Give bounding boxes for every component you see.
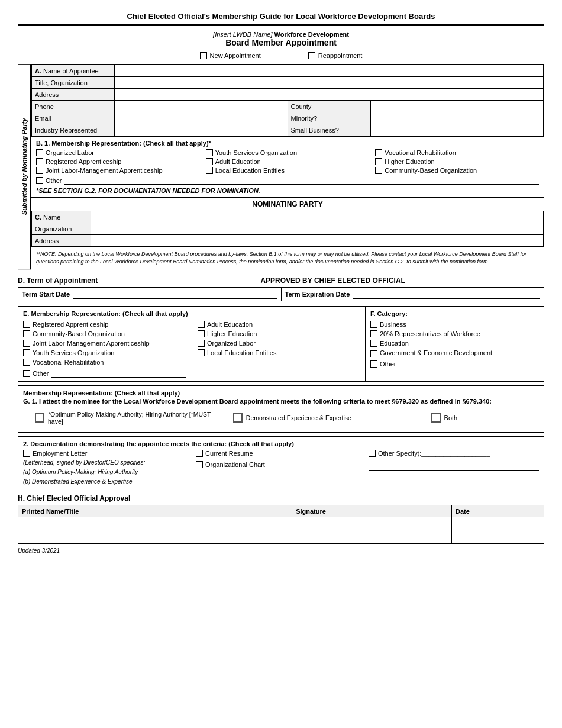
term-expiration-value[interactable] (353, 289, 540, 299)
org-chart-checkbox[interactable] (196, 461, 203, 468)
criteria-2[interactable]: Demonstrated Experience & Expertise (233, 413, 425, 423)
employment-letter-checkbox-item[interactable]: Employment Letter (23, 450, 193, 457)
industry-value[interactable] (115, 124, 288, 136)
e-local-ed-checkbox[interactable] (198, 349, 205, 356)
other-input-b[interactable] (64, 176, 539, 185)
youth-services-checkbox[interactable] (206, 149, 213, 156)
b-checkbox-item[interactable]: Vocational Rehabilitation (375, 149, 539, 156)
registered-apprenticeship-checkbox[interactable] (36, 158, 43, 165)
e-org-labor-checkbox[interactable] (198, 340, 205, 347)
other-checkbox-b[interactable] (36, 177, 43, 184)
e-higher-ed-checkbox[interactable] (198, 330, 205, 337)
employment-letter-checkbox[interactable] (23, 450, 30, 457)
current-resume-checkbox-item[interactable]: Current Resume (196, 450, 366, 457)
e-checkbox-item[interactable]: Local Education Entities (198, 349, 360, 356)
community-based-checkbox[interactable] (375, 167, 382, 174)
e-reg-app-checkbox[interactable] (23, 321, 30, 328)
nom-address-value[interactable] (91, 235, 544, 247)
b-checkbox-item[interactable]: Local Education Entities (206, 167, 370, 174)
b-checkbox-item[interactable]: Higher Education (375, 158, 539, 165)
criteria-1[interactable]: *Optimum Policy-Making Authority; Hiring… (35, 411, 227, 425)
e-checkbox-item[interactable]: Organized Labor (198, 340, 360, 347)
new-appointment-option[interactable]: New Appointment (200, 52, 261, 59)
f-20pct-checkbox[interactable] (370, 330, 377, 337)
e-checkbox-item[interactable]: Joint Labor-Management Apprenticeship (23, 340, 186, 347)
other-specify-line-1[interactable] (369, 461, 539, 471)
b-checkbox-item[interactable]: Organized Labor (36, 149, 200, 156)
small-business-value[interactable] (370, 124, 544, 136)
county-value[interactable] (370, 101, 544, 112)
organized-labor-checkbox[interactable] (36, 149, 43, 156)
nominating-table: C. Name Organization Address (31, 211, 544, 247)
criteria-2-checkbox[interactable] (233, 413, 243, 423)
f-education-checkbox[interactable] (370, 340, 377, 347)
reappointment-option[interactable]: Reappointment (308, 52, 363, 59)
org-chart-checkbox-item[interactable]: Organizational Chart (196, 461, 366, 468)
g-criteria-row: *Optimum Policy-Making Authority; Hiring… (23, 407, 539, 429)
other-specify-checkbox[interactable] (369, 450, 376, 457)
appointment-type-row: New Appointment Reappointment (18, 52, 544, 59)
e-cbo-checkbox[interactable] (23, 330, 30, 337)
signature-value[interactable] (292, 517, 452, 544)
appointee-table: A. Name of Appointee Title, Organization… (31, 65, 544, 136)
f-business-checkbox[interactable] (370, 321, 377, 328)
criteria-both-checkbox[interactable] (431, 413, 441, 423)
b-checkbox-item[interactable]: Joint Labor-Management Apprenticeship (36, 167, 200, 174)
local-ed-checkbox[interactable] (206, 167, 213, 174)
name-value[interactable] (115, 65, 544, 77)
f-other-checkbox[interactable] (370, 360, 377, 368)
address-value[interactable] (115, 89, 544, 101)
doc-col-3: Other Specify):___________________ (369, 450, 539, 485)
section-f-title: F. Category: (370, 310, 539, 317)
e-other-checkbox[interactable] (23, 370, 30, 377)
b-checkbox-item[interactable]: Adult Education (206, 158, 370, 165)
current-resume-checkbox[interactable] (196, 450, 203, 457)
section-e-title: E. Membership Representation: (Check all… (23, 310, 360, 317)
e-adult-ed-checkbox[interactable] (198, 321, 205, 328)
f-checkbox-item[interactable]: 20% Representatives of Workforce (370, 330, 539, 337)
f-gov-econ-checkbox[interactable] (370, 350, 377, 357)
vocational-rehab-checkbox[interactable] (375, 149, 382, 156)
e-checkbox-item[interactable]: Registered Apprenticeship (23, 321, 186, 328)
phone-value[interactable] (115, 101, 288, 112)
date-value[interactable] (451, 517, 544, 544)
e-checkbox-item[interactable]: Youth Services Organization (23, 349, 186, 356)
e-checkbox-item[interactable]: Community-Based Organization (23, 330, 186, 337)
title-org-label: Title, Organization (32, 77, 115, 89)
e-org-labor-label: Organized Labor (207, 340, 256, 347)
adult-ed-checkbox[interactable] (206, 158, 213, 165)
f-checkbox-item[interactable]: Education (370, 340, 539, 347)
b-checkbox-item[interactable]: Registered Apprenticeship (36, 158, 200, 165)
e-checkbox-item[interactable]: Higher Education (198, 330, 360, 337)
new-appointment-checkbox[interactable] (200, 52, 207, 59)
nom-name-value[interactable] (91, 211, 544, 223)
higher-ed-checkbox[interactable] (375, 158, 382, 165)
f-checkbox-item[interactable]: Government & Economic Development (370, 349, 539, 357)
printed-name-value[interactable] (18, 517, 292, 544)
title-org-value[interactable] (115, 77, 544, 89)
minority-value[interactable] (370, 112, 544, 124)
criteria-both[interactable]: Both (431, 413, 527, 423)
f-checkbox-item[interactable]: Business (370, 321, 539, 328)
table-row: Phone County (32, 101, 544, 112)
b-checkbox-item[interactable]: Youth Services Organization (206, 149, 370, 156)
term-start-value[interactable] (73, 289, 277, 299)
f-other-input[interactable] (399, 360, 539, 368)
other-specify-checkbox-item[interactable]: Other Specify):___________________ (369, 450, 539, 457)
other-specify-line-2[interactable] (369, 475, 539, 484)
nominating-party-title: NOMINATING PARTY (31, 197, 544, 211)
table-row: Title, Organization (32, 77, 544, 89)
e-other-input[interactable] (51, 369, 186, 378)
e-voc-rehab-checkbox[interactable] (23, 359, 30, 366)
e-joint-labor-checkbox[interactable] (23, 340, 30, 347)
b-checkbox-item[interactable]: Community-Based Organization (375, 167, 539, 174)
email-value[interactable] (115, 112, 288, 124)
joint-labor-checkbox[interactable] (36, 167, 43, 174)
nom-org-value[interactable] (91, 223, 544, 235)
signature-header: Signature (292, 505, 452, 517)
reappointment-checkbox[interactable] (308, 52, 315, 59)
e-youth-checkbox[interactable] (23, 349, 30, 356)
criteria-1-checkbox[interactable] (35, 413, 44, 423)
e-checkbox-item[interactable]: Adult Education (198, 321, 360, 328)
e-checkbox-item[interactable]: Vocational Rehabilitation (23, 359, 186, 366)
